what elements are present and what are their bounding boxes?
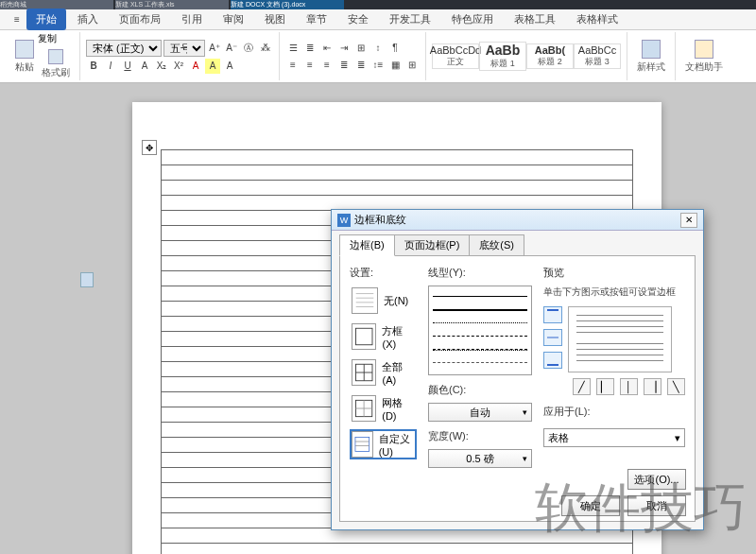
numbering-icon[interactable]: ≣ [302,41,318,56]
table-move-handle[interactable]: ✥ [142,140,157,155]
style-normal[interactable]: AaBbCcDd正文 [432,43,479,69]
tab-page-border[interactable]: 页面边框(P) [394,234,471,256]
underline-icon[interactable]: U [120,59,135,74]
bold-icon[interactable]: B [86,59,101,74]
font-size-select[interactable]: 五号 [163,40,205,57]
apply-to-combo[interactable]: 表格 [543,428,685,447]
paste-icon [15,40,34,59]
brush-icon [48,49,63,64]
apply-label: 应用于(L): [543,405,685,419]
close-icon[interactable]: ✕ [680,213,697,228]
border-top-btn[interactable] [543,306,562,323]
menu-icon[interactable]: ≡ [9,12,25,27]
clear-format-icon[interactable]: Ⓐ [241,41,256,56]
ribbon-table-tools[interactable]: 表格工具 [505,9,565,30]
paste-button[interactable]: 粘贴 [11,38,38,76]
copy-button[interactable]: 复制 [38,32,74,45]
border-vmid-btn[interactable]: │ [620,378,638,395]
ribbon-insert[interactable]: 插入 [68,9,108,30]
ribbon-table-style[interactable]: 表格样式 [567,9,627,30]
justify-icon[interactable]: ≣ [336,58,352,73]
line-style-list[interactable] [428,286,532,375]
ribbon-ref[interactable]: 引用 [172,9,212,30]
document-area: ✥ W 边框和底纹 ✕ 边框(B) 页面边框(P) 底纹(S) 设置: 无(N)… [0,83,756,554]
outdent-icon[interactable]: ⇤ [319,41,335,56]
line-style-label: 线型(Y): [428,266,532,280]
settings-label: 设置: [350,266,417,280]
preview-canvas[interactable] [568,306,672,372]
highlight-icon[interactable]: A [205,59,220,74]
width-combo[interactable]: 0.5 磅 [428,449,532,468]
toolbar: 粘贴 复制 格式刷 宋体 (正文) 五号 A⁺ A⁻ Ⓐ ⁂ B I U [0,30,756,83]
ribbon-security[interactable]: 安全 [338,9,378,30]
color-label: 颜色(C): [428,383,532,397]
border-hmid-btn[interactable] [543,329,562,346]
width-label: 宽度(W): [428,429,532,443]
char-border-icon[interactable]: A [222,59,237,74]
border-diag2-btn[interactable]: ╲ [667,378,685,395]
setting-custom[interactable]: 自定义(U) [350,429,417,459]
strike-icon[interactable]: A [137,59,152,74]
border-diag1-btn[interactable]: ╱ [573,378,591,395]
line-space-icon[interactable]: ↕≡ [370,58,386,73]
dec-font-icon[interactable]: A⁻ [224,41,239,56]
ribbon-review[interactable]: 审阅 [214,9,253,30]
ok-button[interactable]: 确定 [561,495,620,516]
options-button[interactable]: 选项(O)... [627,469,686,490]
sort-icon[interactable]: ↕ [370,41,386,56]
setting-none[interactable]: 无(N) [350,286,417,316]
dialog-titlebar[interactable]: W 边框和底纹 ✕ [332,210,703,231]
svg-rect-4 [355,328,371,344]
dialog-title: 边框和底纹 [354,213,406,227]
shading-icon[interactable]: ▦ [387,58,403,73]
distrib-icon[interactable]: ≣ [353,58,369,73]
color-combo[interactable]: 自动 [428,403,532,422]
sub-icon[interactable]: X₂ [154,59,169,74]
borders-icon[interactable]: ⊞ [404,58,420,73]
tab-icon[interactable]: ⊞ [353,41,369,56]
setting-all[interactable]: 全部(A) [350,357,417,388]
ribbon-special[interactable]: 特色应用 [442,9,503,30]
tab-borders[interactable]: 边框(B) [339,234,395,256]
bullets-icon[interactable]: ☰ [285,41,301,56]
ribbon-start[interactable]: 开始 [26,9,66,30]
page-thumb-icon[interactable] [80,272,94,287]
italic-icon[interactable]: I [103,59,118,74]
border-left-btn[interactable]: ▏ [596,378,614,395]
svg-rect-11 [355,438,369,452]
ribbon-chapter[interactable]: 章节 [297,9,336,30]
tab-shading[interactable]: 底纹(S) [469,234,524,256]
new-style-icon [642,40,661,59]
sup-icon[interactable]: X² [171,59,186,74]
inc-font-icon[interactable]: A⁺ [207,41,222,56]
cancel-button[interactable]: 取消 [627,495,686,516]
align-left-icon[interactable]: ≡ [285,58,301,73]
font-name-select[interactable]: 宋体 (正文) [86,40,162,57]
app-icon: W [337,214,351,227]
ribbon-tabs: ≡ 开始 插入 页面布局 引用 审阅 视图 章节 安全 开发工具 特色应用 表格… [0,9,756,30]
style-h2[interactable]: AaBb(标题 2 [526,43,574,69]
setting-grid[interactable]: 网格(D) [350,393,417,424]
dialog-tabs: 边框(B) 页面边框(P) 底纹(S) [332,231,703,256]
case-icon[interactable]: ⁂ [258,41,273,56]
marks-icon[interactable]: ¶ [387,41,403,56]
helper-icon [695,40,713,59]
border-right-btn[interactable]: ▕ [644,378,662,395]
doc-helper-button[interactable]: 文档助手 [681,38,727,76]
styles-gallery: AaBbCcDd正文 AaBb标题 1 AaBb(标题 2 AaBbCc标题 3 [426,32,627,80]
setting-box[interactable]: 方框(X) [350,321,417,352]
preview-hint: 单击下方图示或按钮可设置边框 [543,286,685,299]
ribbon-dev[interactable]: 开发工具 [380,9,440,30]
font-color-icon[interactable]: A [188,59,203,74]
align-center-icon[interactable]: ≡ [302,58,318,73]
format-painter-button[interactable]: 格式刷 [38,47,74,81]
indent-icon[interactable]: ⇥ [336,41,352,56]
border-bottom-btn[interactable] [543,352,562,369]
align-right-icon[interactable]: ≡ [319,58,335,73]
new-style-button[interactable]: 新样式 [633,38,669,76]
style-h1[interactable]: AaBb标题 1 [479,42,526,71]
ribbon-view[interactable]: 视图 [255,9,295,30]
ribbon-layout[interactable]: 页面布局 [110,9,170,30]
borders-shading-dialog: W 边框和底纹 ✕ 边框(B) 页面边框(P) 底纹(S) 设置: 无(N) 方… [331,209,704,530]
style-h3[interactable]: AaBbCc标题 3 [574,43,621,69]
